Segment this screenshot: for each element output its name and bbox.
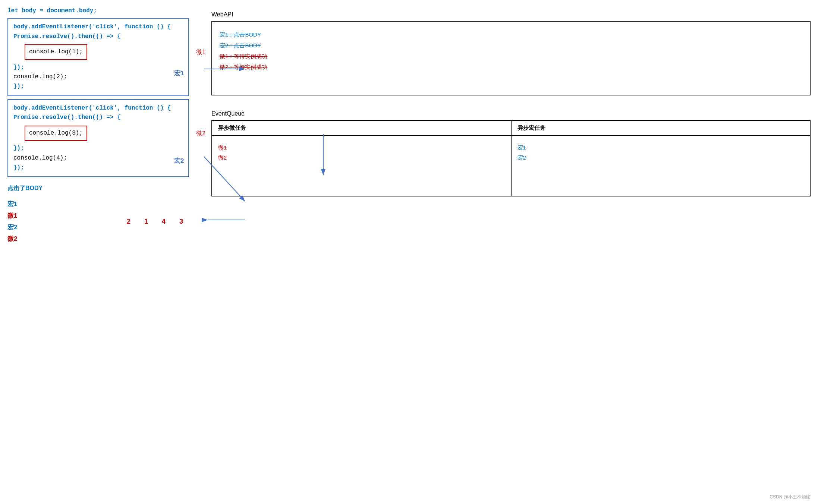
output-micro1: 微1 bbox=[7, 211, 89, 220]
eventqueue-container: EventQueue 异步微任务 异步宏任务 微1 微2 宏1 宏2 bbox=[211, 110, 811, 196]
block2-line3: }); bbox=[13, 144, 183, 154]
eq-col2-header: 异步宏任务 bbox=[512, 121, 810, 135]
eventqueue-box: 异步微任务 异步宏任务 微1 微2 宏1 宏2 bbox=[211, 120, 811, 196]
block1-line5: }); bbox=[13, 82, 183, 92]
top-code-line: let body = document.body; bbox=[7, 7, 189, 14]
block1-inner-line: console.log(1); bbox=[29, 47, 83, 57]
output-numbers: 2 1 4 3 bbox=[127, 218, 189, 226]
block1-line1: body.addEventListener('click', function … bbox=[13, 22, 183, 32]
eq-col1-header: 异步微任务 bbox=[212, 121, 511, 135]
macro1-label: 宏1 bbox=[174, 69, 184, 78]
left-panel: let body = document.body; body.addEventL… bbox=[7, 7, 189, 246]
code-block-2: body.addEventListener('click', function … bbox=[7, 99, 189, 177]
code-block-1: body.addEventListener('click', function … bbox=[7, 18, 189, 96]
eq-macro-1: 宏1 bbox=[517, 144, 804, 151]
eventqueue-title: EventQueue bbox=[211, 110, 811, 117]
block1-line2: Promise.resolve().then(() => { bbox=[13, 32, 183, 42]
webapi-box: 宏1：点击BODY 宏2：点击BODY 微1：等待实例成功 微2：等待实例成功 bbox=[211, 21, 811, 95]
webapi-item-0: 宏1：点击BODY bbox=[220, 31, 802, 38]
eq-macro-2: 宏2 bbox=[517, 154, 804, 161]
output-micro2: 微2 bbox=[7, 234, 89, 243]
block2-inner-line: console.log(3); bbox=[29, 129, 83, 138]
block2-inner-wrapper: console.log(3); 微2 bbox=[13, 124, 183, 143]
eq-micro-1: 微1 bbox=[218, 144, 504, 151]
output-macro1: 宏1 bbox=[7, 200, 89, 208]
block1-line4: console.log(2); bbox=[13, 72, 183, 82]
eventqueue-header: 异步微任务 异步宏任务 bbox=[212, 121, 810, 136]
output-click-text: 点击了BODY bbox=[7, 185, 189, 192]
eq-micro-col: 微1 微2 bbox=[212, 136, 511, 196]
webapi-container: WebAPI 宏1：点击BODY 宏2：点击BODY 微1：等待实例成功 微2：… bbox=[204, 11, 811, 95]
webapi-item-3: 微2：等待实例成功 bbox=[220, 64, 802, 71]
block2-line5: }); bbox=[13, 163, 183, 173]
macro2-label: 宏2 bbox=[174, 157, 184, 165]
eq-body: 微1 微2 宏1 宏2 bbox=[212, 136, 810, 196]
eq-macro-col: 宏1 宏2 bbox=[512, 136, 810, 196]
webapi-item-1: 宏2：点击BODY bbox=[220, 42, 802, 49]
eq-micro-2: 微2 bbox=[218, 154, 504, 161]
output-macro2: 宏2 bbox=[7, 223, 89, 231]
block2-line4: console.log(4); bbox=[13, 154, 183, 163]
webapi-item-2: 微1：等待实例成功 bbox=[220, 53, 802, 60]
output-section: 点击了BODY 宏1 微1 宏2 微2 2 1 4 3 bbox=[7, 185, 189, 246]
block2-inner-box: console.log(3); bbox=[25, 126, 87, 141]
block1-inner-wrapper: console.log(1); 微1 bbox=[13, 43, 183, 62]
block2-line2: Promise.resolve().then(() => { bbox=[13, 113, 183, 123]
block1-line3: }); bbox=[13, 63, 183, 73]
block1-inner-box: console.log(1); bbox=[25, 44, 87, 60]
webapi-title: WebAPI bbox=[211, 11, 811, 18]
block2-line1: body.addEventListener('click', function … bbox=[13, 104, 183, 113]
